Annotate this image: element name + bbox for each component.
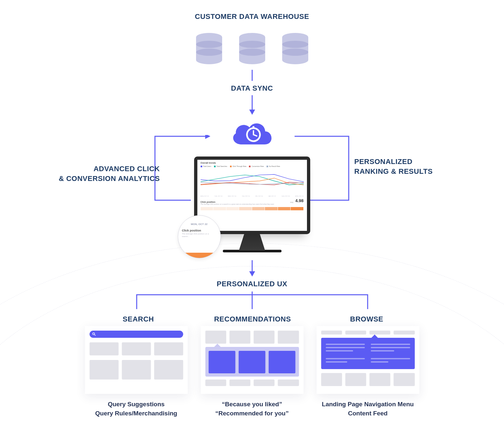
legend-item: Click Through Rate	[230, 165, 247, 167]
svg-marker-22	[205, 135, 210, 139]
kpi-title: Click position	[201, 201, 216, 203]
cloud-sync-icon	[229, 118, 275, 150]
arrow-monitor-to-ux	[248, 260, 256, 276]
svg-marker-17	[249, 110, 255, 115]
analytics-dashboard: Overall trends Total Users Total Searche…	[197, 160, 307, 231]
x-tick: WED, OCT 24	[228, 195, 237, 197]
svg-rect-19	[252, 126, 254, 129]
legend-item: No Result Rate	[267, 165, 280, 167]
magnifier-title: Click position	[178, 226, 221, 233]
browse-sub-2: Content Feed	[316, 409, 419, 418]
bracket-ux-to-cards	[135, 291, 369, 310]
recommendations-sub-2: “Recommended for you”	[201, 409, 303, 418]
browse-heading: BROWSE	[314, 315, 419, 323]
recommendations-heading: RECOMMENDATIONS	[200, 315, 305, 323]
svg-point-12	[282, 56, 308, 64]
advanced-click-label-1: ADVANCED CLICK	[42, 165, 160, 173]
ux-card-row: Query Suggestions Query Rules/Merchandis…	[85, 326, 419, 418]
personalized-ranking-label-2: RANKING & RESULTS	[354, 167, 452, 176]
kpi-subtitle: The average click position on a search i…	[197, 203, 307, 206]
x-tick: MON, OCT 22	[201, 195, 209, 197]
personalized-ux-label: PERSONALIZED UX	[0, 280, 504, 288]
svg-point-8	[239, 41, 265, 48]
chart-legend: Total Users Total Searches Click Through…	[197, 164, 307, 169]
database-row	[194, 33, 310, 65]
browse-hero	[321, 338, 415, 369]
search-sub-1: Query Suggestions	[85, 400, 188, 409]
chart-title: Overall trends	[197, 160, 307, 164]
bar-strip	[201, 207, 304, 210]
kpi-prefix: avg	[290, 201, 294, 203]
personalized-ranking-label-1: PERSONALIZED	[354, 157, 452, 166]
search-heading: SEARCH	[86, 315, 191, 323]
svg-point-3	[196, 41, 222, 48]
browse-sub-1: Landing Page Navigation Menu	[316, 400, 419, 409]
magnifier-desc: The average click position on a search..…	[178, 233, 221, 238]
svg-point-28	[93, 333, 95, 335]
recommendations-sub-1: “Because you liked”	[201, 400, 303, 409]
database-icon	[280, 33, 310, 65]
kpi-value: 4.98	[295, 198, 303, 203]
svg-line-29	[94, 335, 96, 336]
database-icon	[237, 33, 267, 65]
database-icon	[194, 33, 224, 65]
search-card	[85, 326, 188, 394]
svg-marker-25	[249, 271, 255, 276]
magnifier-bubble: MON, OCT 22 Click position The average c…	[178, 215, 221, 258]
connector-db-to-sync	[251, 70, 253, 81]
svg-point-4	[196, 49, 222, 56]
browse-card	[316, 326, 419, 394]
x-tick: FRI, OCT 26	[255, 195, 263, 197]
x-tick: TUE, OCT 23	[214, 195, 222, 197]
advanced-click-label-2: & CONVERSION ANALYTICS	[42, 174, 160, 183]
trends-chart	[201, 169, 304, 195]
svg-point-14	[282, 49, 308, 56]
legend-item: Total Users	[201, 165, 211, 167]
svg-point-7	[239, 56, 265, 64]
x-tick: SAT, OCT 27	[268, 195, 276, 197]
customer-data-warehouse-label: CUSTOMER DATA WAREHOUSE	[0, 12, 504, 21]
recommendation-band	[205, 347, 299, 377]
arrow-sync-to-cloud	[248, 95, 256, 115]
search-sub-2: Query Rules/Merchandising	[85, 409, 188, 418]
x-tick: SUN, OCT 28	[282, 195, 290, 197]
svg-point-13	[282, 41, 308, 48]
x-tick: THU, OCT 25	[242, 195, 250, 197]
svg-point-9	[239, 49, 265, 56]
svg-point-2	[196, 56, 222, 64]
legend-item: Total Searches	[214, 165, 227, 167]
analytics-monitor: Overall trends Total Users Total Searche…	[194, 157, 310, 252]
data-sync-label: DATA SYNC	[0, 84, 504, 93]
search-bar-mock	[89, 331, 183, 338]
legend-item: Conversion Rate	[249, 165, 264, 167]
recommendations-card	[201, 326, 303, 394]
x-tick: MON, OCT 29	[295, 195, 304, 197]
search-icon	[92, 332, 96, 336]
